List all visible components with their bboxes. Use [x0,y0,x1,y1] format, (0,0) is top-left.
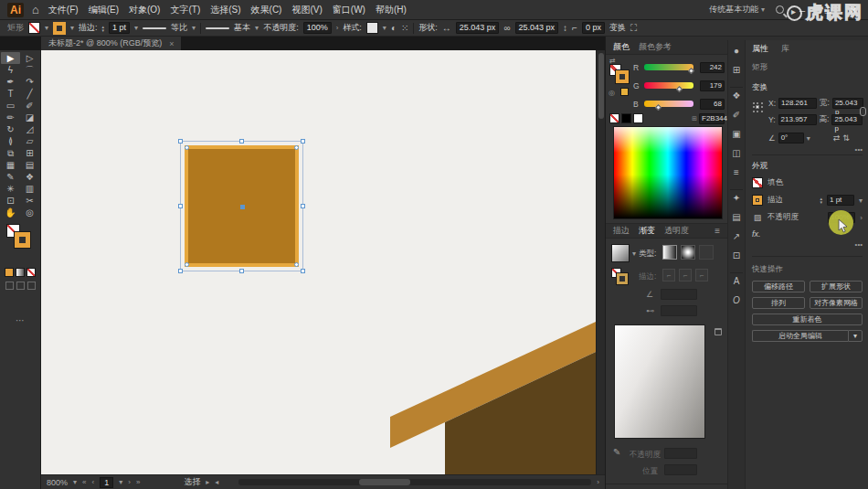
freeform-gradient-button[interactable] [699,245,714,260]
arrange-button[interactable]: 排列 [752,297,805,309]
menu-effect[interactable]: 效果(C) [250,2,283,18]
handle-bottom-center[interactable] [239,269,244,273]
column-graph-tool[interactable]: ▥ [20,183,39,195]
layers-panel-icon[interactable]: ▤ [728,212,745,231]
horizontal-scrollbar-thumb[interactable] [359,479,410,485]
magic-wand-tool[interactable]: ϟ [1,64,20,76]
black-swatch[interactable] [621,113,631,123]
tab-libraries[interactable]: 库 [781,43,789,55]
constrain-proportions-icon[interactable] [860,107,866,116]
y-field[interactable]: 213.957 [778,114,817,125]
previous-artboard-icon[interactable]: ‹ [92,478,95,486]
color-spectrum[interactable] [613,126,723,219]
brush-label[interactable]: 基本 [234,22,250,34]
scroll-right-icon[interactable]: › [597,478,599,486]
menu-edit[interactable]: 编辑(E) [88,2,120,18]
anchor-point[interactable] [185,145,189,150]
handle-middle-left[interactable] [178,204,183,208]
tab-stroke[interactable]: 描边 [613,225,630,237]
shape-builder-tool[interactable]: ⧉ [1,147,20,159]
anchor-point[interactable] [294,145,299,150]
stroke-profile-label[interactable]: 等比 [171,22,187,34]
recolor-button[interactable]: 重新着色 [752,314,863,325]
style-swatch[interactable] [366,22,378,34]
stroke-swatch[interactable] [53,22,66,35]
gradient-preview[interactable] [614,324,705,439]
menu-window[interactable]: 窗口(W) [332,2,366,18]
anchor-point[interactable] [185,262,189,267]
edit-toolbar-button[interactable]: ⋯ [0,315,40,325]
x-field[interactable]: 128.261 [778,98,817,109]
pen-tool[interactable]: ✒ [1,76,20,88]
more-options-icon[interactable]: ••• [752,240,863,249]
character-panel-icon[interactable]: A [728,276,745,295]
pencil-tool[interactable]: ✏ [1,112,20,123]
stroke-weight-stepper[interactable]: ▴▾ [820,197,822,204]
canvas[interactable] [41,50,596,474]
workspace-switcher[interactable]: 传统基本功能 ▾ [709,4,765,16]
free-transform-tool[interactable]: ▱ [20,135,39,147]
handle-bottom-right[interactable] [301,269,305,273]
blue-value[interactable]: 68 [700,99,725,110]
none-mode-button[interactable] [26,268,36,277]
tab-properties[interactable]: 属性 [752,43,768,55]
type-tool[interactable]: T [1,88,20,100]
stroke-label[interactable]: 描边: [79,22,98,34]
chevron-down-icon[interactable]: ▾ [119,478,122,486]
rectangle-tool[interactable]: ▭ [1,100,20,112]
handle-bottom-left[interactable] [178,269,183,273]
flip-vertical-icon[interactable]: ⇅ [842,133,850,143]
stroke-weight-value[interactable]: 1 pt [109,22,130,34]
hex-value[interactable]: F2B344 [699,113,725,124]
stroke-color-well[interactable] [15,232,30,248]
pathfinder-panel-icon[interactable]: ◫ [728,148,745,167]
transform-panel-icon[interactable]: ▣ [728,129,745,148]
close-button[interactable]: × [846,5,861,16]
slice-tool[interactable]: ✂ [20,195,39,207]
chevron-down-icon[interactable]: ▾ [45,24,48,32]
opacity-label[interactable]: 不透明度: [263,22,299,34]
expand-icon[interactable]: ⛶ [630,23,637,34]
stroke-color-well[interactable] [616,70,629,83]
align-options-icon[interactable]: ⁙ [401,23,408,33]
expand-shape-button[interactable]: 扩展形状 [810,281,863,292]
green-slider[interactable] [644,82,693,89]
selection-bounding-box[interactable] [180,141,303,271]
anchor-point[interactable] [294,262,299,267]
curvature-tool[interactable]: ↷ [20,76,39,88]
gradient-tool[interactable]: ▤ [20,159,39,171]
transform-button[interactable]: 变换 [609,22,626,34]
color-panel-icon[interactable]: ● [728,46,745,65]
paintbrush-tool[interactable]: ✐ [20,100,39,112]
appearance-panel-icon[interactable]: ✦ [728,193,745,212]
none-swatch[interactable] [609,113,619,123]
eyedropper-tool[interactable]: ✎ [1,171,20,183]
last-color-swatch[interactable] [620,88,629,96]
fill-label[interactable]: 填色 [767,177,783,188]
chevron-right-icon[interactable]: › [336,24,339,32]
asset-export-panel-icon[interactable]: ↗ [728,231,745,250]
tab-color[interactable]: 颜色 [613,41,630,53]
reference-point-locator[interactable] [752,101,764,113]
white-swatch[interactable] [633,113,643,123]
width-field[interactable]: 25.043 p [832,98,863,109]
perspective-grid-tool[interactable]: ⊞ [20,147,39,159]
vertical-scrollbar-thumb[interactable] [598,53,604,119]
red-slider[interactable] [644,64,693,70]
artboards-panel-icon[interactable]: ⊡ [728,250,745,270]
align-panel-icon[interactable]: ≡ [728,167,745,186]
lasso-tool[interactable]: ⌒ [20,64,39,76]
rotate-tool[interactable]: ↻ [1,123,20,135]
color-mode-button[interactable] [5,268,14,277]
panel-menu-icon[interactable]: ≡ [715,226,720,236]
green-value[interactable]: 179 [700,80,725,91]
close-tab-icon[interactable]: × [169,39,174,48]
opacity-value[interactable]: 100% [303,22,332,34]
align-pixel-grid-button[interactable]: 对齐像素网格 [810,297,863,309]
corner-radius-value[interactable]: 0 px [582,22,605,34]
draw-inside-button[interactable] [27,282,36,290]
maximize-button[interactable]: □ [820,5,835,16]
search-icon[interactable] [776,5,784,14]
artboard-number[interactable]: 1 [100,477,113,488]
horizontal-scrollbar[interactable] [238,479,591,485]
